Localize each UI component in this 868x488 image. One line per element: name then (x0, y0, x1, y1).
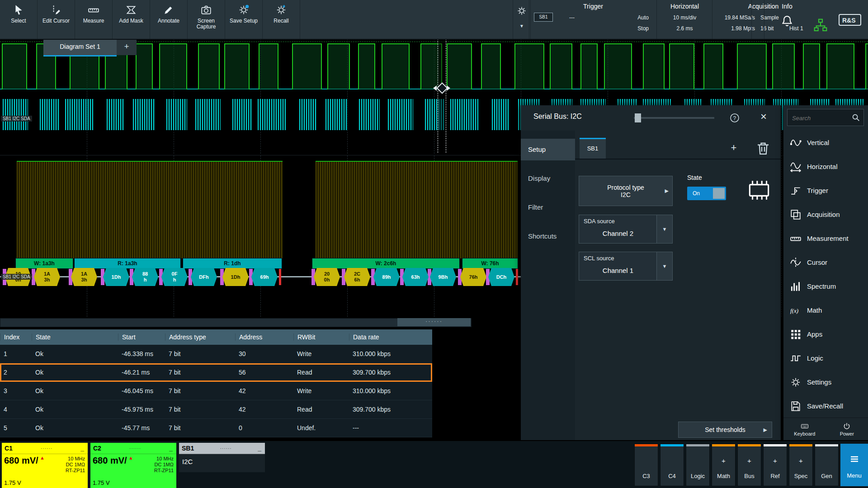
delete-bus-button[interactable] (755, 140, 771, 156)
i2c-byte-1dh[interactable]: 1Dh (222, 268, 249, 286)
i2c-byte-69h[interactable]: 69h (251, 268, 278, 286)
tab-diagram-set-1[interactable]: Diagram Set 1 (43, 39, 117, 56)
column-header-state[interactable]: State (32, 333, 118, 341)
toolbar-button-screen-capture[interactable]: Screen Capture (188, 0, 225, 39)
cursor-line-right[interactable] (446, 39, 446, 153)
cursor-line-left[interactable] (438, 39, 438, 153)
tab-shortcuts[interactable]: Shortcuts (521, 225, 575, 247)
i2c-frame-r-1dh[interactable]: R: 1dh (183, 258, 282, 269)
cursor-handle[interactable] (433, 83, 450, 92)
sidebar-item-save-recall[interactable]: Save/Recall (783, 394, 868, 418)
column-header-data-rate[interactable]: Data rate (349, 333, 432, 341)
tab-sb1[interactable]: SB1 (580, 138, 606, 159)
minimize-icon[interactable]: _ (258, 445, 261, 452)
minimize-icon[interactable]: _ (169, 445, 173, 452)
i2c-byte-dch[interactable]: DCh (488, 268, 514, 286)
toolbar-button-edit-cursor[interactable]: Edit Cursor (38, 0, 75, 39)
channel-button-spec[interactable]: + Spec (789, 444, 813, 486)
sidebar-item-trigger[interactable]: Trigger (783, 178, 868, 202)
toolbar-button-save-setup[interactable]: Save Setup (225, 0, 263, 39)
column-header-index[interactable]: Index (0, 333, 32, 341)
i2c-frame-w-76h[interactable]: W: 76h (462, 258, 518, 269)
sda-source-select[interactable]: SDA source Channel 2 ▼ (579, 215, 673, 244)
sidebar-item-spectrum[interactable]: Spectrum (783, 274, 868, 298)
i2c-byte-1a-3h[interactable]: 1A3h (71, 268, 97, 286)
channel-button-c3[interactable]: C3 (634, 444, 658, 486)
toolbar-button-recall[interactable]: Recall (263, 0, 300, 39)
i2c-byte-2c-6h[interactable]: 2C6h (344, 268, 370, 286)
tab-filter[interactable]: Filter (521, 197, 575, 218)
i2c-byte-1a-3h[interactable]: 1A3h (34, 268, 60, 286)
toolbar-button-annotate[interactable]: Annotate (150, 0, 188, 39)
horizontal-section[interactable]: Horizontal 10 ms/div 2.6 ms (656, 0, 712, 39)
toolbar-button-measure[interactable]: Measure (75, 0, 113, 39)
set-thresholds-button[interactable]: Set thresholds ▶ (678, 422, 772, 438)
toolbar-button-add-mask[interactable]: Add Mask (113, 0, 150, 39)
i2c-byte-1dh[interactable]: 1Dh (103, 268, 129, 286)
sidebar-item-apps[interactable]: Apps (783, 322, 868, 346)
keyboard-button[interactable]: Keyboard (783, 418, 826, 440)
sb1-bus-badge[interactable]: SB1 ······ _ I2C (179, 443, 265, 488)
i2c-frame-w-1a3h[interactable]: W: 1a3h (15, 258, 73, 269)
tab-setup[interactable]: Setup (521, 139, 575, 160)
quick-settings-button[interactable]: ▼ (513, 0, 531, 39)
horizontal-scrollbar-thumb[interactable]: ······ (397, 318, 471, 326)
table-row-1[interactable]: 1Ok-46.338 ms7 bit30Write310.000 kbps (0, 345, 432, 363)
i2c-byte-89h[interactable]: 89h (373, 268, 400, 286)
sidebar-item-math[interactable]: f(x) Math (783, 298, 868, 322)
channel-button-c4[interactable]: C4 (660, 444, 684, 486)
i2c-byte-76h[interactable]: 76h (460, 268, 486, 286)
column-header-start[interactable]: Start (118, 333, 165, 341)
dialog-transparency-slider[interactable] (634, 117, 714, 119)
menu-button[interactable]: Menu (840, 444, 868, 486)
i2c-byte-dfh[interactable]: DFh (191, 268, 217, 286)
search-box[interactable] (787, 109, 864, 126)
column-header-address[interactable]: Address (235, 333, 293, 341)
toolbar-button-select[interactable]: Select (0, 0, 38, 39)
i2c-byte-63h[interactable]: 63h (402, 268, 429, 286)
sidebar-item-settings[interactable]: Settings (783, 370, 868, 394)
state-toggle[interactable]: On (687, 187, 726, 200)
i2c-frame-w-2c6h[interactable]: W: 2c6h (312, 258, 460, 269)
channel-button-gen[interactable]: Gen (815, 444, 839, 486)
column-header-rwbit[interactable]: RWBit (293, 333, 349, 341)
sidebar-item-vertical[interactable]: Vertical (783, 131, 868, 155)
channel-badge-c1[interactable]: C1 ······ _ 680 mV/ ▲ 10 MHzDC 1MΩRT-ZP1… (2, 443, 88, 488)
i2c-byte-9bh[interactable]: 9Bh (430, 268, 456, 286)
i2c-byte-88-h[interactable]: 88h (132, 268, 158, 286)
channel-button-ref[interactable]: + Ref (763, 444, 787, 486)
column-header-address-type[interactable]: Address type (165, 333, 235, 341)
lan-status-icon[interactable] (813, 18, 828, 33)
dropdown-arrow-icon[interactable]: ▼ (656, 252, 672, 280)
tab-display[interactable]: Display (521, 168, 575, 189)
search-input[interactable] (791, 111, 847, 125)
table-row-4[interactable]: 4Ok-45.975 ms7 bit42Read309.700 kbps (0, 400, 432, 419)
minimize-icon[interactable]: _ (80, 445, 84, 452)
protocol-type-button[interactable]: Protocol type I2C ▶ (579, 176, 673, 206)
close-dialog-button[interactable]: × (758, 110, 769, 123)
sidebar-item-measurement[interactable]: Measurement (783, 226, 868, 250)
table-row-5[interactable]: 5Ok-45.77 ms7 bit0Undef.--- (0, 419, 432, 437)
channel-button-logic[interactable]: Logic (686, 444, 710, 486)
help-button[interactable]: ? (729, 113, 740, 123)
add-bus-button[interactable]: + (725, 139, 743, 157)
channel-badge-c2[interactable]: C2 ······ _ 680 mV/ ▲ 10 MHzDC 1MΩRT-ZP1… (90, 443, 176, 488)
power-button[interactable]: Power (826, 418, 868, 440)
table-row-3[interactable]: 3Ok-46.045 ms7 bit42Write310.000 kbps (0, 382, 432, 400)
i2c-byte-0f-h[interactable]: 0Fh (161, 268, 188, 286)
slider-knob[interactable] (635, 113, 641, 122)
i2c-frame-r-1a3h[interactable]: R: 1a3h (74, 258, 181, 269)
trigger-section[interactable]: Trigger SB1 --- Auto Stop (529, 0, 657, 39)
channel-button-math[interactable]: + Math (712, 444, 736, 486)
dropdown-arrow-icon[interactable]: ▼ (656, 215, 672, 243)
table-row-2[interactable]: 2Ok-46.21 ms7 bit56Read309.700 kbps (0, 363, 432, 382)
sidebar-item-cursor[interactable]: Cursor (783, 250, 868, 274)
sidebar-item-logic[interactable]: Logic (783, 346, 868, 370)
sidebar-item-acquisition[interactable]: Acquisition (783, 202, 868, 226)
info-section[interactable]: Info (764, 0, 810, 39)
i2c-byte-20-0h[interactable]: 200h (314, 268, 340, 286)
channel-button-bus[interactable]: + Bus (737, 444, 761, 486)
add-diagram-tab-button[interactable]: + (117, 39, 137, 55)
sidebar-item-horizontal[interactable]: Horizontal (783, 155, 868, 178)
scl-source-select[interactable]: SCL source Channel 1 ▼ (579, 252, 673, 281)
